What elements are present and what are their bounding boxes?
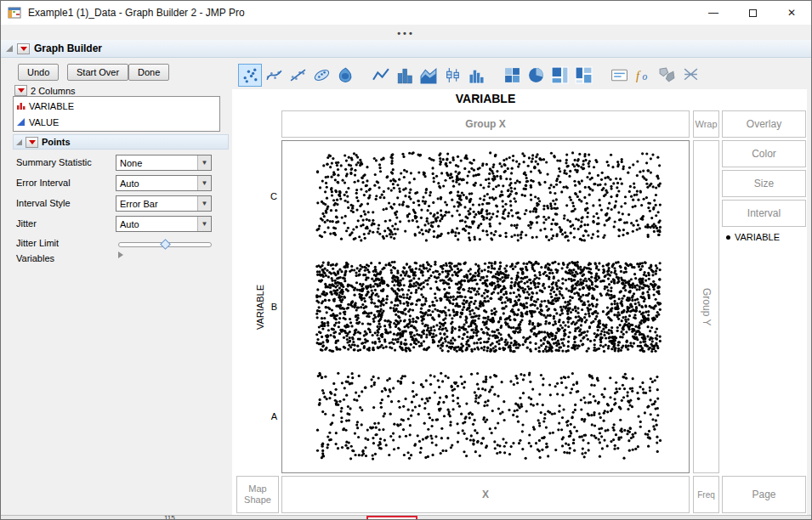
error-interval-value: Auto: [116, 178, 197, 189]
jitter-value: Auto: [116, 219, 197, 229]
undo-button[interactable]: Undo: [18, 64, 59, 81]
interval-drop-zone[interactable]: Interval: [722, 200, 806, 227]
palette-group-maps: [500, 64, 595, 87]
line-element-icon[interactable]: [369, 64, 393, 87]
variables-label: Variables: [16, 253, 54, 263]
start-over-button[interactable]: Start Over: [67, 64, 128, 81]
page-zone-label: Page: [752, 489, 775, 500]
y-tick-label-a: A: [264, 411, 277, 421]
maximize-icon: [749, 9, 757, 17]
chevron-down-icon: ▼: [197, 196, 211, 211]
graph-title: VARIABLE: [281, 92, 690, 105]
interval-style-label: Interval Style: [16, 198, 71, 208]
jitter-limit-slider-thumb[interactable]: [160, 239, 171, 250]
overlay-drop-zone[interactable]: Overlay: [722, 110, 806, 138]
x-zone-label: X: [482, 489, 489, 500]
interval-style-value: Error Bar: [116, 199, 197, 209]
scatter-svg: [282, 141, 689, 472]
color-zone-label: Color: [752, 148, 776, 160]
contour-element-icon[interactable]: [333, 64, 357, 87]
variables-disclosure-icon[interactable]: [118, 252, 123, 258]
columns-panel-header: 2 Columns: [14, 85, 76, 96]
line-of-fit-element-icon[interactable]: [286, 64, 309, 87]
columns-header-label: 2 Columns: [31, 86, 76, 96]
treemap-element-icon[interactable]: [548, 64, 571, 87]
points-collapse-icon[interactable]: [16, 139, 22, 145]
summary-statistic-value: None: [116, 158, 197, 168]
x-drop-zone[interactable]: X: [281, 476, 690, 513]
summary-statistic-select[interactable]: None ▼: [116, 155, 212, 171]
bar-element-icon[interactable]: [393, 64, 417, 87]
pie-element-icon[interactable]: [524, 64, 548, 87]
overlay-zone-label: Overlay: [747, 118, 781, 130]
map-shapes-element-icon[interactable]: [655, 64, 679, 87]
chevron-down-icon: ▼: [197, 155, 211, 170]
points-header-label: Points: [42, 137, 71, 147]
jmp-graph-builder-window: Example1 (1)_Data - Graph Builder 2 - JM…: [0, 0, 812, 520]
continuous-blue-triangle-icon: [16, 117, 26, 127]
graph-builder-outline-header: Graph Builder: [1, 40, 811, 58]
chevron-down-icon: ▼: [197, 217, 211, 231]
graph-builder-menu-button[interactable]: [17, 43, 30, 54]
palette-group-points: [238, 64, 357, 87]
formula-element-icon[interactable]: fo: [631, 64, 655, 87]
done-button[interactable]: Done: [128, 64, 169, 81]
legend-marker-icon: [726, 235, 730, 240]
smoother-element-icon[interactable]: [262, 64, 286, 87]
svg-text:f: f: [636, 69, 641, 82]
column-item-variable[interactable]: VARIABLE: [14, 98, 219, 114]
minimize-button[interactable]: —: [694, 1, 733, 25]
grip-handle[interactable]: •••: [397, 28, 415, 38]
legend: VARIABLE: [726, 232, 780, 242]
freq-zone-label: Freq: [697, 490, 715, 500]
caption-box-element-icon[interactable]: [607, 64, 631, 87]
points-section-header: Points: [13, 134, 229, 150]
heatmap-element-icon[interactable]: [500, 64, 524, 87]
close-button[interactable]: ✕: [772, 1, 811, 25]
y-tick-label-b: B: [264, 302, 277, 312]
background-selected-cell: [366, 516, 417, 520]
red-triangle-icon: [20, 47, 27, 51]
outline-collapse-icon[interactable]: [6, 45, 13, 52]
columns-menu-button[interactable]: [14, 85, 27, 96]
points-menu-button[interactable]: [26, 137, 38, 148]
size-zone-label: Size: [754, 178, 774, 189]
columns-listbox[interactable]: VARIABLE VALUE: [13, 96, 220, 132]
group-x-zone-label: Group X: [465, 118, 505, 130]
window-title: Example1 (1)_Data - Graph Builder 2 - JM…: [28, 7, 245, 19]
size-drop-zone[interactable]: Size: [722, 170, 806, 197]
group-y-drop-zone[interactable]: Group Y: [693, 140, 719, 473]
background-cell-text: 115: [164, 514, 175, 520]
red-triangle-icon: [29, 140, 36, 144]
y-axis-title: VARIABLE: [255, 276, 266, 339]
parallel-plot-element-icon[interactable]: [679, 64, 702, 87]
points-element-icon[interactable]: [238, 64, 262, 87]
page-drop-zone[interactable]: Page: [722, 476, 806, 513]
group-y-zone-label: Group Y: [701, 288, 713, 325]
interval-style-select[interactable]: Error Bar ▼: [116, 195, 212, 212]
chevron-down-icon: ▼: [197, 176, 211, 190]
title-bar[interactable]: Example1 (1)_Data - Graph Builder 2 - JM…: [1, 1, 811, 25]
plot-area[interactable]: [281, 140, 690, 473]
box-plot-element-icon[interactable]: [440, 64, 464, 87]
ellipse-element-icon[interactable]: [309, 64, 333, 87]
area-element-icon[interactable]: [417, 64, 440, 87]
column-item-label: VALUE: [29, 117, 59, 127]
map-shape-drop-zone[interactable]: Map Shape: [236, 476, 279, 513]
jitter-limit-slider[interactable]: [118, 242, 212, 247]
wrap-drop-zone[interactable]: Wrap: [693, 110, 719, 138]
freq-drop-zone[interactable]: Freq: [693, 476, 719, 513]
error-interval-select[interactable]: Auto ▼: [116, 175, 212, 191]
maximize-button[interactable]: [733, 1, 772, 25]
y-tick-label-c: C: [264, 191, 277, 201]
jitter-limit-label: Jitter Limit: [16, 238, 59, 248]
summary-statistic-label: Summary Statistic: [16, 157, 92, 167]
column-item-value[interactable]: VALUE: [14, 114, 219, 130]
mosaic-element-icon[interactable]: [571, 64, 595, 87]
histogram-element-icon[interactable]: [464, 64, 488, 87]
color-drop-zone[interactable]: Color: [722, 140, 806, 167]
jitter-select[interactable]: Auto ▼: [116, 216, 212, 232]
group-x-drop-zone[interactable]: Group X: [281, 110, 690, 138]
minimize-icon: —: [708, 7, 718, 19]
nominal-red-bars-icon: [16, 101, 26, 110]
